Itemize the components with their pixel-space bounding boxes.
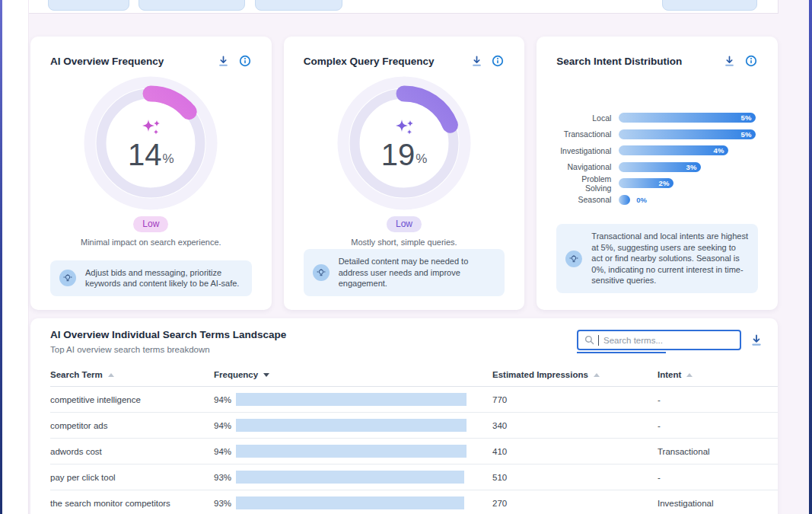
cell-frequency: 93%	[214, 499, 236, 508]
intent-bar-value: 5%	[741, 130, 756, 139]
focus-underline	[577, 352, 666, 353]
cell-frequency: 94%	[214, 421, 236, 430]
gauge-caption: Minimal impact on search experience.	[50, 238, 252, 247]
info-icon	[239, 55, 251, 67]
intent-category-label: Investigational	[556, 146, 611, 155]
metric-cards-row: AI Overview Frequency	[30, 37, 778, 310]
column-header-search-term[interactable]: Search Term	[50, 370, 214, 379]
level-badge: Low	[133, 216, 168, 232]
info-button[interactable]	[744, 54, 758, 68]
tip-text: Transactional and local intents are high…	[591, 231, 749, 286]
cell-intent: -	[658, 395, 758, 404]
intent-bar-track: 4%	[619, 145, 758, 155]
table-row: the search monitor competitors 93% 270 I…	[50, 490, 778, 514]
sparkle-icon	[141, 117, 161, 137]
card-search-intent-distribution: Search Intent Distribution Local 5% Tran…	[537, 37, 778, 310]
collapsed-sidebar	[2, 0, 29, 514]
search-terms-input[interactable]	[603, 336, 734, 345]
column-header-frequency[interactable]: Frequency	[214, 370, 492, 379]
cell-frequency: 93%	[214, 473, 236, 482]
intent-category-label: Seasonal	[556, 195, 611, 204]
cell-estimated-impressions: 410	[492, 447, 658, 456]
intent-bar: 5%	[619, 113, 756, 123]
intent-chart-row: Problem Solving 2%	[556, 175, 758, 192]
filter-chip[interactable]	[139, 0, 245, 11]
lightbulb-icon	[565, 251, 582, 267]
column-header-intent[interactable]: Intent	[658, 370, 758, 379]
intent-category-label: Transactional	[556, 129, 611, 139]
intent-bar-value: 5%	[741, 113, 756, 122]
frequency-bar	[236, 496, 464, 509]
info-icon	[745, 55, 757, 67]
cell-frequency: 94%	[214, 447, 236, 456]
intent-bar	[619, 195, 630, 205]
intent-bar-track: 5%	[619, 129, 758, 139]
intent-bar-track: 3%	[619, 162, 758, 172]
insight-tip: Detailed content may be needed to addres…	[304, 249, 505, 296]
filter-chip[interactable]	[255, 0, 342, 11]
intent-bar: 3%	[619, 162, 701, 172]
frequency-bar	[236, 393, 467, 406]
intent-chart-row: Seasonal 0%	[556, 192, 758, 209]
cell-search-term: pay per click tool	[50, 473, 214, 482]
cell-intent: Investigational	[658, 499, 758, 508]
level-badge: Low	[387, 216, 422, 232]
table-row: competitive intelligence 94% 770 -	[50, 387, 778, 413]
frequency-gauge: 19 %	[337, 76, 471, 210]
sort-asc-icon	[594, 373, 600, 377]
info-button[interactable]	[491, 54, 505, 68]
insight-tip: Transactional and local intents are high…	[556, 224, 758, 293]
cell-search-term: the search monitor competitors	[50, 499, 214, 508]
intent-chart-row: Navigational 3%	[556, 159, 758, 176]
frequency-bar	[236, 445, 467, 458]
cell-estimated-impressions: 270	[492, 499, 658, 508]
table-download-button[interactable]	[750, 334, 763, 347]
column-header-estimated-impressions[interactable]: Estimated Impressions	[492, 370, 658, 379]
card-complex-query-frequency: Complex Query Frequency	[284, 37, 525, 310]
cell-intent: Transactional	[658, 447, 758, 456]
cell-intent: -	[658, 473, 758, 482]
text-caret	[598, 335, 599, 346]
download-button[interactable]	[470, 54, 483, 68]
gauge-value: 14	[128, 139, 162, 170]
search-terms-input-box[interactable]	[577, 330, 741, 350]
intent-bar-track: 5%	[619, 113, 758, 123]
filter-chip[interactable]	[662, 0, 757, 11]
cell-estimated-impressions: 340	[492, 421, 658, 430]
intent-category-label: Local	[556, 113, 611, 123]
sort-asc-icon	[686, 373, 693, 377]
intent-bar: 5%	[619, 129, 756, 139]
download-icon	[724, 56, 735, 67]
frequency-gauge: 14 %	[84, 76, 218, 210]
cell-frequency: 94%	[214, 395, 236, 404]
intent-bar-value: 0%	[636, 196, 647, 204]
tip-text: Adjust bids and messaging, prioritize ke…	[85, 267, 243, 289]
download-button[interactable]	[723, 54, 737, 68]
search-terms-table-card: AI Overview Individual Search Terms Land…	[30, 318, 778, 514]
card-title: Complex Query Frequency	[304, 56, 463, 67]
card-ai-overview-frequency: AI Overview Frequency	[30, 37, 272, 310]
lightbulb-icon	[59, 270, 76, 286]
main-content: AI Overview Frequency	[29, 0, 809, 514]
download-button[interactable]	[217, 54, 231, 68]
gauge-caption: Mostly short, simple queries.	[304, 238, 505, 247]
sort-desc-icon	[263, 373, 269, 377]
download-icon	[750, 334, 763, 346]
frequency-bar	[236, 471, 464, 484]
cell-search-term: competitive intelligence	[50, 395, 214, 404]
filter-chip[interactable]	[48, 0, 129, 11]
intent-bar-track: 2%	[619, 178, 758, 188]
lightbulb-icon	[313, 264, 330, 281]
cell-search-term: competitor ads	[50, 421, 214, 430]
intent-chart-row: Transactional 5%	[556, 126, 758, 143]
table-row: adwords cost 94% 410 Transactional	[50, 439, 778, 465]
info-button[interactable]	[238, 54, 252, 68]
right-scrollbar[interactable]	[809, 0, 812, 514]
gauge-unit: %	[416, 152, 427, 167]
download-icon	[218, 56, 229, 67]
intent-chart-row: Local 5%	[556, 110, 758, 126]
cell-intent: -	[658, 421, 758, 430]
search-icon	[584, 335, 594, 345]
card-title: Search Intent Distribution	[556, 56, 715, 67]
intent-chart-row: Investigational 4%	[556, 142, 758, 159]
